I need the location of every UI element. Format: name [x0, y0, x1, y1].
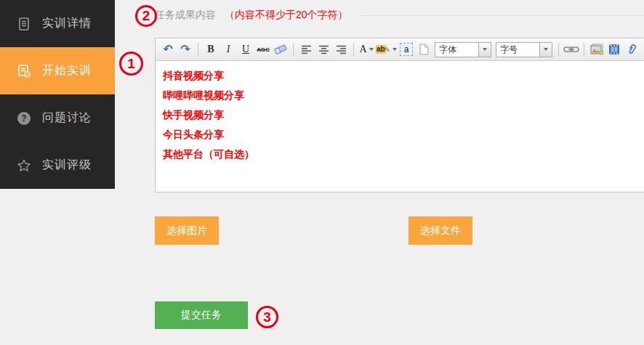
select-file-button[interactable]: 选择文件 [408, 216, 472, 245]
sidebar-item-training-rating[interactable]: 实训评级 [0, 142, 115, 189]
rich-text-editor: ↶ ↷ B I U ABC [155, 38, 644, 192]
new-page-icon[interactable] [416, 41, 432, 57]
section-header: 任务成果内容 （内容不得少于20个字符） [155, 9, 644, 22]
header-divider [358, 15, 644, 16]
align-center-icon[interactable] [315, 41, 331, 57]
document-icon [16, 16, 32, 32]
annotation-circle-2: 2 [135, 5, 157, 27]
sidebar-item-label: 开始实训 [42, 63, 92, 78]
sidebar-item-label: 实训详情 [42, 16, 92, 31]
insert-video-icon[interactable] [606, 41, 622, 57]
link-icon[interactable] [563, 41, 579, 57]
bold-button[interactable]: B [203, 41, 219, 57]
editor-toolbar: ↶ ↷ B I U ABC [156, 38, 644, 61]
remove-format-button[interactable]: a [398, 41, 414, 57]
undo-icon[interactable]: ↶ [160, 41, 176, 57]
select-image-button[interactable]: 选择图片 [155, 216, 219, 245]
chevron-down-icon [539, 43, 552, 57]
attachment-icon[interactable] [624, 41, 640, 57]
min-length-note: （内容不得少于20个字符） [225, 9, 348, 22]
edit-document-icon [16, 63, 32, 79]
strikethrough-button[interactable]: ABC [255, 41, 271, 57]
redo-icon[interactable]: ↷ [177, 41, 193, 57]
sidebar-item-label: 实训评级 [42, 158, 92, 173]
editor-line: 抖音视频分享 [163, 66, 637, 86]
editor-line: 其他平台（可自选） [163, 145, 637, 164]
sidebar-item-training-details[interactable]: 实训详情 [0, 0, 115, 47]
sidebar: 实训详情 开始实训 ? 问题讨论 实训评级 [0, 0, 115, 189]
align-left-icon[interactable] [298, 41, 314, 57]
chevron-down-icon [393, 48, 397, 51]
editor-line: 哔哩哔哩视频分享 [163, 86, 637, 105]
toolbar-separator [558, 43, 559, 56]
font-color-button[interactable]: A [358, 41, 374, 57]
sidebar-item-label: 问题讨论 [42, 110, 92, 126]
toolbar-separator [353, 43, 354, 56]
submit-task-button[interactable]: 提交任务 [155, 301, 248, 329]
chevron-down-icon [478, 43, 491, 57]
toolbar-separator [584, 43, 584, 56]
chevron-down-icon [369, 48, 374, 51]
highlight-color-button[interactable]: ab ✎ [376, 41, 397, 57]
font-size-select[interactable]: 字号 [496, 42, 552, 57]
toolbar-separator [293, 43, 294, 56]
toolbar-separator [198, 43, 198, 56]
italic-button[interactable]: I [220, 41, 236, 57]
question-icon: ? [16, 110, 32, 126]
annotation-circle-3: 3 [256, 306, 278, 328]
editor-line: 今日头条分享 [163, 125, 637, 145]
insert-image-icon[interactable] [589, 41, 605, 57]
editor-content-area[interactable]: 抖音视频分享 哔哩哔哩视频分享 快手视频分享 今日头条分享 其他平台（可自选） [156, 61, 644, 169]
sidebar-item-start-training[interactable]: 开始实训 [0, 47, 115, 94]
pencil-icon: ✎ [385, 46, 390, 54]
eraser-icon[interactable] [273, 41, 289, 57]
font-family-select[interactable]: 字体 [435, 42, 491, 57]
annotation-circle-1: 1 [119, 52, 143, 76]
underline-button[interactable]: U [238, 41, 254, 57]
align-right-icon[interactable] [333, 41, 349, 57]
page-title: 任务成果内容 [155, 9, 216, 22]
sidebar-item-question-discussion[interactable]: ? 问题讨论 [0, 94, 115, 142]
star-icon [16, 158, 32, 174]
editor-line: 快手视频分享 [163, 105, 637, 125]
